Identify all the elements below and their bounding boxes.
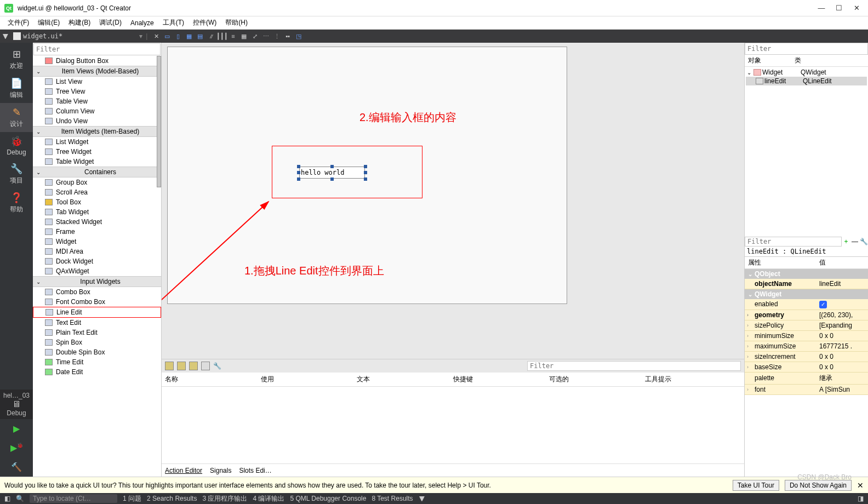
category-item-widgets[interactable]: ⌄Item Widgets (Item-Based) — [33, 126, 161, 137]
menu-edit[interactable]: 编辑(E) — [35, 17, 63, 28]
resize-handle[interactable] — [297, 165, 300, 168]
run-button[interactable]: ▶ — [0, 419, 33, 438]
close-tab-icon[interactable]: ✕ — [152, 32, 161, 41]
tree-row-widget[interactable]: ⌄ WidgetQWidget — [746, 68, 867, 77]
widget-tab-widget[interactable]: Tab Widget — [33, 207, 161, 217]
hsplit-icon[interactable]: ┃┃┃ — [218, 32, 226, 41]
widget-table-view[interactable]: Table View — [33, 96, 161, 106]
widget-combo-box[interactable]: Combo Box — [33, 287, 161, 297]
widget-list-widget[interactable]: List Widget — [33, 137, 161, 147]
open-file-tab[interactable]: widget.ui* — [23, 32, 62, 40]
status-tests[interactable]: 8 Test Results — [372, 495, 413, 502]
widget-date-edit[interactable]: Date Edit — [33, 367, 161, 377]
category-item-views[interactable]: ⌄Item Views (Model-Based) — [33, 66, 161, 77]
widget-spin-box[interactable]: Spin Box — [33, 337, 161, 347]
category-input-widgets[interactable]: ⌄Input Widgets — [33, 276, 161, 287]
prop-objectname[interactable]: objectNamelineEdit — [745, 279, 868, 289]
status-app-output[interactable]: 3 应用程序输出 — [202, 494, 247, 503]
prop-cat-qobject[interactable]: ⌄QObject — [745, 269, 868, 279]
col-optional[interactable]: 可选的 — [549, 375, 645, 384]
resize-handle[interactable] — [297, 171, 300, 174]
prop-basesize[interactable]: ›baseSize0 x 0 — [745, 362, 868, 373]
tab-slots[interactable]: Slots Edi… — [239, 467, 271, 474]
tab-signals[interactable]: Signals — [210, 467, 231, 474]
copy-action-icon[interactable] — [177, 362, 186, 370]
resize-handle[interactable] — [330, 177, 334, 181]
col-shortcut[interactable]: 快捷键 — [453, 375, 549, 384]
col-used[interactable]: 使用 — [261, 375, 357, 384]
toggle-right-sidebar-icon[interactable]: ◨ — [858, 495, 864, 502]
take-tour-button[interactable]: Take UI Tour — [733, 480, 779, 491]
config-property-icon[interactable]: 🔧 — [859, 237, 868, 246]
resize-handle[interactable] — [364, 165, 367, 168]
prop-sizepolicy[interactable]: ›sizePolicy[Expanding — [745, 320, 868, 331]
maximize-button[interactable]: ☐ — [835, 4, 843, 12]
layout-h-icon[interactable]: ▭ — [163, 32, 172, 41]
widget-table-widget[interactable]: Table Widget — [33, 157, 161, 167]
menu-analyze[interactable]: Analyze — [127, 18, 157, 28]
menu-help[interactable]: 帮助(H) — [222, 17, 251, 28]
paste-action-icon[interactable] — [189, 362, 198, 370]
widget-time-edit[interactable]: Time Edit — [33, 357, 161, 367]
run-debug-button[interactable]: ▶🐞 — [0, 438, 33, 457]
mode-design[interactable]: ✎设计 — [0, 103, 33, 132]
line-edit-instance[interactable]: hello world — [299, 167, 365, 179]
widget-dialog-button-box[interactable]: Dialog Button Box — [33, 56, 161, 66]
mode-projects[interactable]: 🔧项目 — [0, 159, 33, 188]
widget-double-spin-box[interactable]: Double Spin Box — [33, 347, 161, 357]
spacer-v-icon[interactable]: ⋮ — [272, 32, 281, 41]
config-icon[interactable]: 🔧 — [213, 362, 221, 370]
col-text[interactable]: 文本 — [357, 375, 453, 384]
property-filter-input[interactable] — [745, 237, 842, 247]
widget-dock-widget[interactable]: Dock Widget — [33, 256, 161, 266]
mode-edit[interactable]: 📄编辑 — [0, 74, 33, 103]
dropdown-icon[interactable]: ⯆ — [2, 32, 9, 40]
add-property-icon[interactable]: + — [842, 237, 850, 246]
menu-widgets[interactable]: 控件(W) — [190, 17, 220, 28]
close-sidebar-icon[interactable]: ◧ — [4, 495, 10, 502]
small-grid-icon[interactable]: ▪▪ — [283, 32, 292, 41]
minimize-button[interactable]: — — [818, 4, 825, 12]
action-filter-input[interactable] — [527, 361, 741, 371]
widget-list-view[interactable]: List View — [33, 77, 161, 87]
build-button[interactable]: 🔨 — [0, 457, 33, 477]
widget-mdi-area[interactable]: MDI Area — [33, 247, 161, 256]
scrollbar[interactable] — [157, 56, 161, 187]
mode-welcome[interactable]: ⊞欢迎 — [0, 45, 33, 74]
tab-dropdown-icon[interactable]: ▾ — [139, 32, 142, 40]
object-tree[interactable]: ⌄ WidgetQWidget lineEditQLineEdit — [745, 67, 868, 237]
close-button[interactable]: ✕ — [853, 4, 860, 12]
widget-frame[interactable]: Frame — [33, 227, 161, 237]
col-tooltip[interactable]: 工具提示 — [645, 375, 741, 384]
menu-build[interactable]: 构建(B) — [65, 17, 94, 28]
widget-widget[interactable]: Widget — [33, 237, 161, 247]
prop-minimumsize[interactable]: ›minimumSize0 x 0 — [745, 331, 868, 341]
widget-text-edit[interactable]: Text Edit — [33, 318, 161, 328]
new-action-icon[interactable] — [165, 362, 174, 370]
widget-line-edit[interactable]: Line Edit — [33, 307, 161, 318]
widget-tool-box[interactable]: Tool Box — [33, 197, 161, 207]
layout-grid-icon[interactable]: ▦ — [185, 32, 193, 41]
menu-file[interactable]: 文件(F) — [4, 17, 32, 28]
category-containers[interactable]: ⌄Containers — [33, 167, 161, 177]
widget-column-view[interactable]: Column View — [33, 106, 161, 116]
tab-action-editor[interactable]: Action Editor — [165, 467, 202, 474]
widget-group-box[interactable]: Group Box — [33, 177, 161, 187]
preview-icon[interactable]: ◳ — [294, 32, 303, 41]
menu-debug[interactable]: 调试(D) — [96, 17, 125, 28]
mode-help[interactable]: ❓帮助 — [0, 188, 33, 217]
layout-v-icon[interactable]: ▯ — [174, 32, 182, 41]
do-not-show-button[interactable]: Do Not Show Again — [785, 480, 852, 491]
prop-maximumsize[interactable]: ›maximumSize16777215 . — [745, 341, 868, 352]
remove-property-icon[interactable]: — — [850, 237, 859, 246]
col-prop-value[interactable]: 值 — [819, 258, 826, 267]
resize-handle[interactable] — [297, 177, 300, 181]
layout-form-icon[interactable]: ▤ — [196, 32, 204, 41]
col-class[interactable]: 类 — [795, 56, 801, 65]
search-icon[interactable]: 🔍 — [16, 495, 24, 502]
vsplit-icon[interactable]: ≡ — [229, 32, 237, 41]
col-object[interactable]: 对象 — [748, 56, 795, 65]
prop-font[interactable]: ›fontA [SimSun — [745, 385, 868, 395]
prop-cat-qwidget[interactable]: ⌄QWidget — [745, 289, 868, 299]
status-dropdown-icon[interactable]: ⯆ — [419, 495, 425, 502]
